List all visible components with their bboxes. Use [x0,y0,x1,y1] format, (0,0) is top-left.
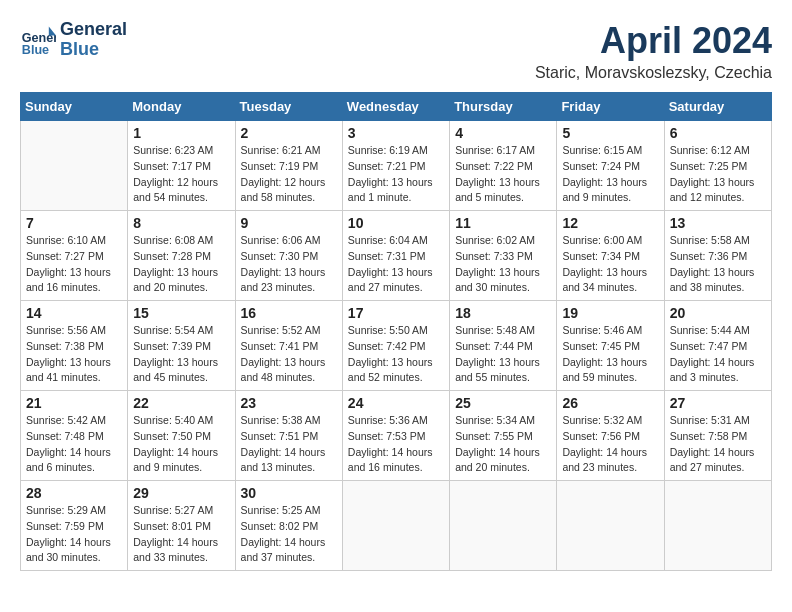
day-info: Sunrise: 5:56 AMSunset: 7:38 PMDaylight:… [26,323,122,386]
day-info: Sunrise: 5:40 AMSunset: 7:50 PMDaylight:… [133,413,229,476]
calendar-cell: 10Sunrise: 6:04 AMSunset: 7:31 PMDayligh… [342,211,449,301]
weekday-header-tuesday: Tuesday [235,93,342,121]
calendar-cell [557,481,664,571]
week-row-3: 14Sunrise: 5:56 AMSunset: 7:38 PMDayligh… [21,301,772,391]
day-number: 10 [348,215,444,231]
day-info: Sunrise: 6:08 AMSunset: 7:28 PMDaylight:… [133,233,229,296]
calendar-cell: 3Sunrise: 6:19 AMSunset: 7:21 PMDaylight… [342,121,449,211]
logo-blue: Blue [60,40,127,60]
day-info: Sunrise: 5:31 AMSunset: 7:58 PMDaylight:… [670,413,766,476]
calendar-cell: 1Sunrise: 6:23 AMSunset: 7:17 PMDaylight… [128,121,235,211]
header: General Blue General Blue April 2024 Sta… [20,20,772,82]
day-info: Sunrise: 5:54 AMSunset: 7:39 PMDaylight:… [133,323,229,386]
day-info: Sunrise: 6:17 AMSunset: 7:22 PMDaylight:… [455,143,551,206]
day-number: 14 [26,305,122,321]
calendar-table: SundayMondayTuesdayWednesdayThursdayFrid… [20,92,772,571]
calendar-cell: 8Sunrise: 6:08 AMSunset: 7:28 PMDaylight… [128,211,235,301]
day-info: Sunrise: 6:04 AMSunset: 7:31 PMDaylight:… [348,233,444,296]
day-number: 25 [455,395,551,411]
day-info: Sunrise: 6:19 AMSunset: 7:21 PMDaylight:… [348,143,444,206]
weekday-header-monday: Monday [128,93,235,121]
calendar-cell: 18Sunrise: 5:48 AMSunset: 7:44 PMDayligh… [450,301,557,391]
day-info: Sunrise: 5:42 AMSunset: 7:48 PMDaylight:… [26,413,122,476]
day-number: 21 [26,395,122,411]
day-info: Sunrise: 5:34 AMSunset: 7:55 PMDaylight:… [455,413,551,476]
day-info: Sunrise: 5:50 AMSunset: 7:42 PMDaylight:… [348,323,444,386]
month-title: April 2024 [535,20,772,62]
day-info: Sunrise: 6:00 AMSunset: 7:34 PMDaylight:… [562,233,658,296]
calendar-cell: 29Sunrise: 5:27 AMSunset: 8:01 PMDayligh… [128,481,235,571]
day-info: Sunrise: 6:10 AMSunset: 7:27 PMDaylight:… [26,233,122,296]
calendar-cell: 16Sunrise: 5:52 AMSunset: 7:41 PMDayligh… [235,301,342,391]
calendar-cell: 12Sunrise: 6:00 AMSunset: 7:34 PMDayligh… [557,211,664,301]
day-number: 30 [241,485,337,501]
location-title: Staric, Moravskoslezsky, Czechia [535,64,772,82]
week-row-5: 28Sunrise: 5:29 AMSunset: 7:59 PMDayligh… [21,481,772,571]
day-number: 18 [455,305,551,321]
day-number: 19 [562,305,658,321]
day-number: 16 [241,305,337,321]
week-row-4: 21Sunrise: 5:42 AMSunset: 7:48 PMDayligh… [21,391,772,481]
day-number: 5 [562,125,658,141]
day-info: Sunrise: 6:02 AMSunset: 7:33 PMDaylight:… [455,233,551,296]
weekday-header-wednesday: Wednesday [342,93,449,121]
calendar-cell [21,121,128,211]
weekday-header-thursday: Thursday [450,93,557,121]
title-area: April 2024 Staric, Moravskoslezsky, Czec… [535,20,772,82]
day-info: Sunrise: 5:25 AMSunset: 8:02 PMDaylight:… [241,503,337,566]
calendar-cell: 5Sunrise: 6:15 AMSunset: 7:24 PMDaylight… [557,121,664,211]
day-number: 23 [241,395,337,411]
calendar-cell: 13Sunrise: 5:58 AMSunset: 7:36 PMDayligh… [664,211,771,301]
day-number: 15 [133,305,229,321]
calendar-cell: 9Sunrise: 6:06 AMSunset: 7:30 PMDaylight… [235,211,342,301]
day-number: 7 [26,215,122,231]
day-number: 27 [670,395,766,411]
weekday-header-friday: Friday [557,93,664,121]
day-info: Sunrise: 5:46 AMSunset: 7:45 PMDaylight:… [562,323,658,386]
calendar-cell: 23Sunrise: 5:38 AMSunset: 7:51 PMDayligh… [235,391,342,481]
calendar-cell: 4Sunrise: 6:17 AMSunset: 7:22 PMDaylight… [450,121,557,211]
calendar-cell: 21Sunrise: 5:42 AMSunset: 7:48 PMDayligh… [21,391,128,481]
calendar-cell: 2Sunrise: 6:21 AMSunset: 7:19 PMDaylight… [235,121,342,211]
day-number: 20 [670,305,766,321]
weekday-header-row: SundayMondayTuesdayWednesdayThursdayFrid… [21,93,772,121]
weekday-header-sunday: Sunday [21,93,128,121]
day-info: Sunrise: 6:06 AMSunset: 7:30 PMDaylight:… [241,233,337,296]
calendar-cell: 26Sunrise: 5:32 AMSunset: 7:56 PMDayligh… [557,391,664,481]
calendar-cell: 19Sunrise: 5:46 AMSunset: 7:45 PMDayligh… [557,301,664,391]
calendar-cell [342,481,449,571]
week-row-1: 1Sunrise: 6:23 AMSunset: 7:17 PMDaylight… [21,121,772,211]
day-number: 26 [562,395,658,411]
calendar-cell: 25Sunrise: 5:34 AMSunset: 7:55 PMDayligh… [450,391,557,481]
calendar-cell [450,481,557,571]
calendar-cell: 24Sunrise: 5:36 AMSunset: 7:53 PMDayligh… [342,391,449,481]
calendar-cell: 6Sunrise: 6:12 AMSunset: 7:25 PMDaylight… [664,121,771,211]
calendar-cell: 30Sunrise: 5:25 AMSunset: 8:02 PMDayligh… [235,481,342,571]
calendar-cell: 20Sunrise: 5:44 AMSunset: 7:47 PMDayligh… [664,301,771,391]
day-info: Sunrise: 6:15 AMSunset: 7:24 PMDaylight:… [562,143,658,206]
day-info: Sunrise: 5:27 AMSunset: 8:01 PMDaylight:… [133,503,229,566]
calendar-cell: 22Sunrise: 5:40 AMSunset: 7:50 PMDayligh… [128,391,235,481]
day-info: Sunrise: 5:44 AMSunset: 7:47 PMDaylight:… [670,323,766,386]
day-info: Sunrise: 5:36 AMSunset: 7:53 PMDaylight:… [348,413,444,476]
day-number: 4 [455,125,551,141]
day-info: Sunrise: 5:48 AMSunset: 7:44 PMDaylight:… [455,323,551,386]
calendar-cell: 7Sunrise: 6:10 AMSunset: 7:27 PMDaylight… [21,211,128,301]
calendar-cell: 15Sunrise: 5:54 AMSunset: 7:39 PMDayligh… [128,301,235,391]
day-info: Sunrise: 5:29 AMSunset: 7:59 PMDaylight:… [26,503,122,566]
logo-general: General [60,20,127,40]
day-number: 8 [133,215,229,231]
calendar-cell: 11Sunrise: 6:02 AMSunset: 7:33 PMDayligh… [450,211,557,301]
day-info: Sunrise: 5:58 AMSunset: 7:36 PMDaylight:… [670,233,766,296]
day-number: 9 [241,215,337,231]
logo: General Blue General Blue [20,20,127,60]
calendar-cell: 28Sunrise: 5:29 AMSunset: 7:59 PMDayligh… [21,481,128,571]
day-number: 28 [26,485,122,501]
day-number: 29 [133,485,229,501]
day-info: Sunrise: 6:23 AMSunset: 7:17 PMDaylight:… [133,143,229,206]
day-number: 3 [348,125,444,141]
svg-text:Blue: Blue [22,43,49,57]
day-info: Sunrise: 6:21 AMSunset: 7:19 PMDaylight:… [241,143,337,206]
day-number: 1 [133,125,229,141]
calendar-cell: 27Sunrise: 5:31 AMSunset: 7:58 PMDayligh… [664,391,771,481]
